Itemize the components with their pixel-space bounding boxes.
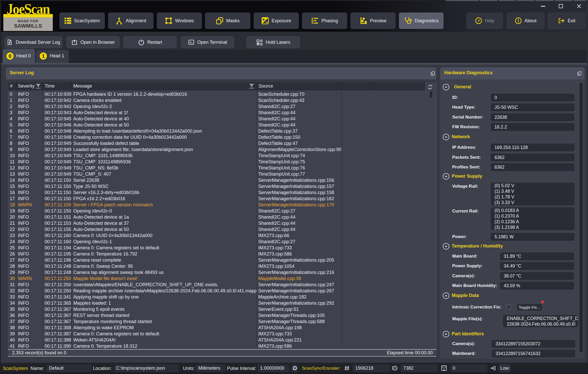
svg-text:?: ? bbox=[478, 19, 480, 23]
svg-text:3: 3 bbox=[443, 368, 445, 371]
